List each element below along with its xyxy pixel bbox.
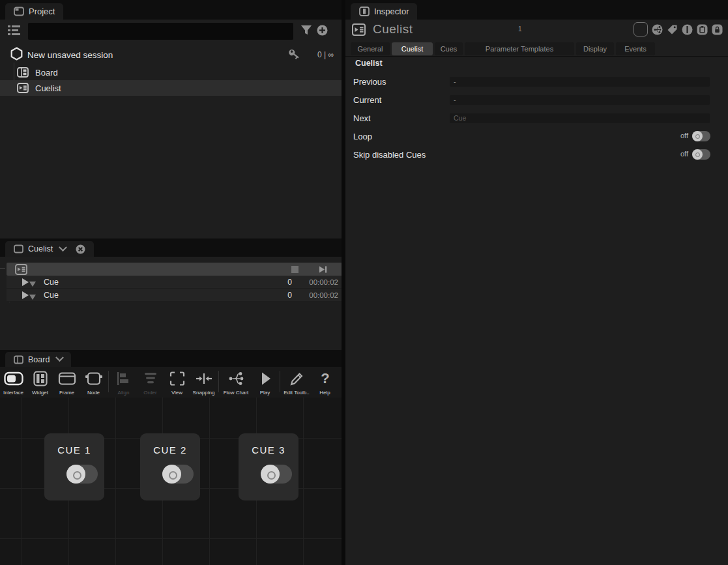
add-plus-icon[interactable] (317, 25, 328, 38)
board-icon (17, 67, 29, 78)
inspector-index: 1 (518, 25, 522, 33)
chevron-down-icon[interactable] (55, 353, 64, 362)
toggle-bar-circle-icon[interactable] (682, 24, 693, 35)
filter-funnel-icon[interactable] (300, 25, 312, 38)
cue-toggle[interactable] (67, 465, 98, 484)
flowchart-icon (227, 371, 244, 389)
cue-name: Cue (44, 278, 59, 287)
toolbar-separator (108, 371, 109, 392)
tab-board-panel[interactable]: Board (5, 352, 71, 367)
tab-cuelist-panel[interactable]: Cuelist (5, 241, 94, 257)
toggle-knob (692, 149, 703, 160)
flowchart-circle-icon[interactable] (652, 24, 663, 35)
toggle-knob (162, 465, 181, 484)
divider (345, 56, 728, 57)
toolbar-button-help[interactable]: ? Help (312, 367, 338, 398)
cue-value: 0 (266, 291, 292, 300)
play-trigger-icon[interactable] (22, 290, 36, 300)
toolbar-button-widget[interactable]: Widget (27, 367, 53, 398)
board-tabstrip: Board (0, 350, 342, 367)
inspector-title[interactable]: Cuelist (373, 22, 413, 36)
left-column: Project New unsaved session (0, 0, 342, 565)
project-tabstrip: Project (0, 0, 342, 20)
cue-row[interactable]: Cue 0 00:00:02 (7, 289, 342, 302)
tab-general[interactable]: General (351, 42, 390, 55)
toolbar-button-edit-toolbar[interactable]: Edit Toolb.. (282, 367, 312, 398)
session-count: 0 | ∞ (312, 50, 334, 59)
toolbar-button-align: Align (110, 367, 137, 398)
toggle-knob (692, 131, 703, 141)
cue-duration: 00:00:02 (292, 291, 342, 299)
inspector-panel: Inspector Cuelist 1 (345, 0, 728, 565)
toolbar-separator (280, 371, 280, 392)
tag-icon[interactable] (667, 24, 678, 35)
tab-cues[interactable]: Cues (435, 42, 463, 55)
toolbar-button-frame[interactable]: Frame (53, 367, 80, 398)
field-row-current: Current - (345, 91, 728, 109)
window-icon (14, 7, 24, 16)
tab-inspector[interactable]: Inspector (351, 3, 417, 20)
interface-icon (4, 371, 23, 389)
field-row-skip-disabled-cues: Skip disabled Cues off (345, 145, 728, 164)
tab-parameter-templates[interactable]: Parameter Templates (465, 42, 574, 55)
next-field[interactable]: Cue (450, 113, 710, 123)
current-field[interactable]: - (450, 95, 710, 105)
toolbar-button-view[interactable]: View (164, 367, 190, 398)
node-icon (85, 371, 103, 389)
color-swatch[interactable] (633, 22, 648, 36)
cue-value: 0 (266, 278, 292, 287)
sidebar-item-board[interactable]: Board (0, 65, 342, 80)
cuelist-icon (17, 83, 29, 93)
cuelist-tabstrip: Cuelist (0, 239, 342, 257)
tab-events[interactable]: Events (616, 42, 655, 55)
session-hexagon-icon (10, 47, 23, 63)
field-label: Skip disabled Cues (353, 150, 426, 160)
cue-card-3[interactable]: CUE 3 (239, 433, 298, 500)
tab-cuelist[interactable]: Cuelist (392, 42, 433, 55)
tab-display[interactable]: Display (576, 42, 614, 55)
inspector-header-icons (633, 22, 723, 36)
toolbar-button-play[interactable]: Play (252, 367, 278, 398)
svg-text:?: ? (321, 371, 329, 386)
previous-field[interactable]: - (450, 77, 710, 87)
stop-icon[interactable] (291, 266, 298, 273)
cue-card-2[interactable]: CUE 2 (140, 433, 200, 500)
project-panel: New unsaved session 0 | ∞ Board Cuelist (0, 20, 342, 239)
tree-list-icon[interactable] (7, 25, 22, 38)
toolbar-button-flowchart[interactable]: Flow Chart (220, 367, 252, 398)
cue-toggle[interactable] (163, 465, 194, 484)
skip-disabled-cues-toggle[interactable] (692, 149, 710, 160)
field-label: Previous (353, 77, 386, 87)
lock-icon[interactable] (712, 24, 723, 35)
cue-card-1[interactable]: CUE 1 (44, 433, 104, 500)
widget-icon (32, 371, 49, 389)
clipboard-icon[interactable] (697, 24, 708, 35)
loop-toggle[interactable] (692, 131, 710, 141)
toolbar-button-interface[interactable]: Interface (0, 367, 27, 398)
sidebar-item-cuelist[interactable]: Cuelist (0, 80, 342, 96)
field-row-previous: Previous - (345, 72, 728, 91)
toggle-knob (261, 465, 280, 484)
board-toolbar: Interface Widget Frame Node Align Orde (0, 367, 342, 398)
session-row[interactable]: New unsaved session 0 | ∞ (0, 46, 342, 64)
toolbar-button-node[interactable]: Node (80, 367, 107, 398)
close-circle-icon[interactable] (76, 244, 85, 254)
cue-card-label: CUE 2 (153, 444, 187, 456)
cuelist-panel: Cue 0 00:00:02 Cue 0 00:00:02 (0, 257, 342, 350)
skip-to-end-icon[interactable] (318, 265, 328, 274)
cuelist-icon (352, 23, 366, 36)
tab-label: Cuelist (28, 244, 53, 254)
board-canvas[interactable]: CUE 1 CUE 2 CUE 3 (0, 398, 342, 565)
inspector-tabs: General Cuelist Cues Parameter Templates… (351, 42, 655, 55)
chevron-down-icon[interactable] (59, 243, 67, 252)
snapping-icon (196, 371, 212, 389)
tab-project[interactable]: Project (5, 3, 63, 20)
cue-toggle[interactable] (261, 465, 292, 484)
toolbar-button-snapping[interactable]: Snapping (190, 367, 217, 398)
search-input[interactable] (28, 23, 293, 40)
cuelist-header-row[interactable] (7, 263, 342, 276)
key-icon[interactable] (287, 47, 302, 63)
cue-row[interactable]: Cue 0 00:00:02 (7, 276, 342, 289)
play-trigger-icon[interactable] (22, 277, 36, 287)
frame-icon (58, 371, 76, 389)
